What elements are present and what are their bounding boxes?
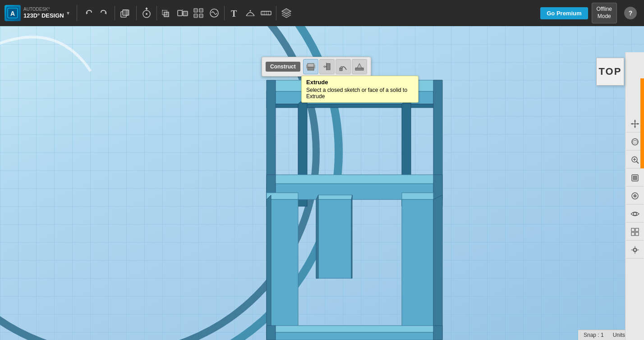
help-button[interactable]: ?	[624, 7, 637, 19]
offline-line2: Mode	[598, 13, 611, 19]
svg-rect-12	[183, 11, 188, 16]
svg-point-21	[249, 10, 251, 12]
svg-marker-43	[267, 175, 442, 184]
loft-button[interactable]	[352, 59, 367, 74]
svg-rect-69	[355, 68, 363, 70]
svg-rect-62	[308, 63, 314, 67]
svg-marker-56	[351, 195, 352, 278]
svg-point-88	[633, 212, 636, 215]
tooltip-title: Extrude	[306, 79, 414, 86]
toolbar-separator	[77, 5, 77, 21]
svg-rect-61	[308, 67, 314, 70]
top-view-label[interactable]: TOP	[596, 58, 624, 86]
sep3	[156, 6, 157, 20]
svg-marker-52	[433, 195, 442, 339]
pattern-button[interactable]	[191, 5, 206, 21]
sweep-button[interactable]	[336, 59, 351, 74]
app-publisher: AUTODESK°	[23, 6, 64, 12]
3d-viewport[interactable]: Construct	[0, 26, 644, 340]
svg-marker-53	[316, 195, 352, 199]
snap-indicator: Snap : 1	[584, 332, 604, 338]
svg-rect-89	[631, 228, 635, 231]
transform-button[interactable]	[159, 5, 175, 21]
sep1	[115, 6, 115, 20]
svg-marker-57	[267, 326, 442, 332]
app-name: AUTODESK° 123D° DESIGN	[23, 6, 64, 20]
svg-marker-68	[340, 66, 343, 68]
svg-marker-55	[316, 195, 318, 278]
svg-marker-77	[631, 123, 633, 125]
undo-redo-group	[80, 6, 113, 20]
svg-rect-16	[194, 14, 198, 18]
layers-button[interactable]	[279, 5, 294, 21]
construct-label: Construct	[266, 62, 300, 72]
svg-text:T: T	[231, 9, 237, 18]
ruler-button[interactable]	[258, 5, 274, 21]
construct-toolbar: Construct	[262, 57, 371, 77]
offline-line1: Offline	[597, 6, 612, 12]
view-indicator[interactable]: TOP	[596, 58, 624, 86]
svg-rect-67	[340, 68, 342, 71]
svg-rect-58	[267, 332, 433, 340]
svg-rect-22	[261, 11, 271, 15]
svg-marker-70	[357, 63, 362, 68]
snap-button[interactable]	[207, 5, 222, 21]
mirror-button[interactable]	[175, 5, 190, 21]
svg-marker-76	[634, 126, 636, 128]
sketch-button[interactable]	[139, 5, 154, 21]
svg-marker-50	[402, 193, 433, 199]
view-mode-button[interactable]	[626, 205, 644, 222]
svg-rect-85	[633, 176, 637, 180]
sep5	[276, 6, 276, 20]
app-logo-icon: A	[5, 5, 21, 21]
premium-button[interactable]: Go Premium	[540, 7, 588, 19]
measure-button[interactable]	[243, 5, 258, 21]
extrude-tooltip: Extrude Select a closed sketch or face o…	[301, 76, 419, 103]
svg-point-87	[634, 195, 636, 197]
grid-render-button[interactable]	[626, 223, 644, 240]
text-button[interactable]: T	[227, 5, 242, 21]
svg-rect-11	[178, 10, 182, 16]
svg-point-93	[634, 249, 636, 251]
right-panel-strip	[640, 78, 644, 168]
sep2	[136, 6, 137, 20]
svg-rect-91	[631, 232, 635, 236]
extrude-button[interactable]	[303, 59, 318, 74]
main-tools-group: T	[117, 5, 296, 21]
svg-rect-51	[402, 199, 433, 339]
svg-rect-54	[316, 199, 351, 278]
svg-rect-92	[635, 232, 639, 236]
svg-line-81	[636, 161, 639, 163]
main-toolbar: A AUTODESK° 123D° DESIGN ▾	[0, 0, 644, 26]
svg-marker-59	[267, 326, 276, 340]
svg-marker-49	[267, 195, 271, 339]
svg-marker-78	[637, 123, 639, 125]
revolve-button[interactable]	[319, 59, 335, 74]
svg-marker-60	[433, 326, 442, 340]
fit-screen-button[interactable]	[626, 169, 644, 186]
app-dropdown[interactable]: ▾	[67, 10, 69, 16]
viewport-settings-button[interactable]	[626, 241, 644, 258]
svg-rect-65	[327, 63, 330, 70]
svg-marker-75	[634, 120, 636, 122]
undo-button[interactable]	[82, 6, 96, 20]
tooltip-description: Select a closed sketch or face of a soli…	[306, 87, 414, 100]
svg-text:A: A	[10, 10, 15, 17]
svg-rect-17	[199, 14, 203, 18]
offline-mode-button[interactable]: Offline Mode	[592, 3, 617, 23]
perspective-button[interactable]	[626, 187, 644, 204]
redo-button[interactable]	[97, 6, 111, 20]
svg-rect-14	[194, 9, 198, 12]
primitive-shapes-button[interactable]	[119, 5, 134, 21]
app-title: 123D° DESIGN	[23, 12, 64, 20]
svg-rect-6	[123, 10, 128, 15]
svg-rect-15	[199, 9, 203, 12]
construct-toolbar-bar: Construct	[262, 57, 371, 77]
svg-rect-90	[635, 228, 639, 231]
logo-area: A AUTODESK° 123D° DESIGN ▾	[0, 5, 74, 21]
svg-marker-31	[282, 9, 291, 14]
svg-rect-9	[164, 12, 169, 17]
svg-point-8	[146, 13, 147, 15]
right-panel	[625, 52, 644, 340]
svg-point-79	[632, 139, 638, 145]
